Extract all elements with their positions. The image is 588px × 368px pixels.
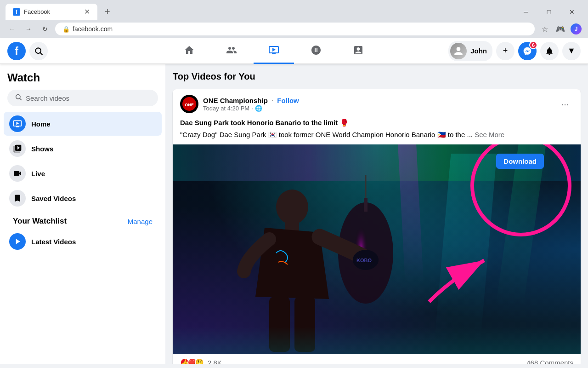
tab-close-button[interactable]: ✕ [84,7,90,16]
reaction-emojis: 👍 ❤️ 😲 [180,358,204,364]
sidebar-item-home[interactable]: Home [4,112,162,136]
url-text: facebook.com [73,25,527,33]
search-icon [15,93,22,103]
post-timestamp: Today at 4:20 PM [203,105,249,112]
navbar-center [99,38,448,64]
nav-friends[interactable] [211,38,252,64]
svg-line-1 [40,52,43,55]
navbar-right: John + 6 ▼ [448,41,581,61]
address-bar[interactable]: 🔒 facebook.com [55,23,535,35]
browser-toolbar-actions: ☆ 🎮 J [538,23,582,35]
nav-watch[interactable] [254,38,294,64]
menu-button[interactable]: ▼ [562,42,581,60]
see-more-button[interactable]: See More [475,131,504,138]
sidebar: Watch Search videos Home [0,64,165,364]
sidebar-item-live[interactable]: Live [4,161,162,185]
section-title: Top Videos for You [173,71,581,82]
svg-line-3 [20,98,22,100]
page-avatar: ONE [180,95,198,113]
neon-strip-1 [435,154,497,338]
user-profile-button[interactable]: J [570,23,582,35]
video-background: KOBO [173,144,581,354]
post-card: ONE ONE Championship · Follow Today at 4… [173,89,581,364]
main-layout: Watch Search videos Home [0,64,588,364]
facebook-app: f [0,38,588,364]
post-video[interactable]: KOBO [173,144,581,354]
sidebar-label-saved: Saved Videos [31,195,76,202]
forward-button[interactable]: → [22,23,35,35]
saved-icon [9,190,26,207]
post-description: "Crazy Dog" Dae Sung Park 🇰🇷 took former… [173,131,581,144]
bookmark-button[interactable]: ☆ [538,23,551,35]
follow-button[interactable]: Follow [277,97,299,104]
manage-button[interactable]: Manage [122,212,158,229]
user-pill[interactable]: John [448,41,492,61]
restore-button[interactable]: □ [538,5,560,19]
sidebar-label-latest: Latest Videos [31,238,76,246]
close-button[interactable]: ✕ [561,5,582,19]
nav-home[interactable] [169,38,209,64]
browser-titlebar: f Facebook ✕ + ─ □ ✕ [0,0,588,20]
page-info: ONE Championship · Follow Today at 4:20 … [203,97,552,112]
back-button[interactable]: ← [6,23,18,35]
messenger-button[interactable]: 6 [518,42,537,60]
watchlist-title: Your Watchlist [7,211,72,230]
facebook-navbar: f [0,38,588,64]
svg-text:KOBO: KOBO [356,258,372,263]
watchlist-header: Your Watchlist Manage [4,211,162,230]
tab-title: Facebook [24,8,50,15]
reactions-row: 👍 ❤️ 😲 2.8K 468 Comments [173,354,581,364]
haha-emoji: 😲 [195,358,204,364]
description-text: "Crazy Dog" Dae Sung Park 🇰🇷 took former… [180,131,473,138]
window-controls: ─ □ ✕ [515,5,582,19]
sidebar-item-saved[interactable]: Saved Videos [4,186,162,210]
sidebar-label-live: Live [31,170,45,178]
extension-button[interactable]: 🎮 [554,23,567,35]
svg-point-2 [16,95,20,99]
post-meta: Today at 4:20 PM · 🌐 [203,105,552,112]
sidebar-item-shows[interactable]: Shows [4,137,162,161]
search-placeholder: Search videos [26,94,69,102]
post-header: ONE ONE Championship · Follow Today at 4… [173,89,581,119]
live-icon [9,165,26,182]
more-options-button[interactable]: ··· [557,96,573,112]
browser-chrome: f Facebook ✕ + ─ □ ✕ ← → ↻ 🔒 facebook.co… [0,0,588,38]
post-globe: · [251,105,253,112]
nav-marketplace[interactable] [338,38,379,64]
svg-point-0 [35,48,41,53]
new-tab-button[interactable]: + [101,5,114,19]
user-avatar [450,43,467,59]
download-button[interactable]: Download [496,154,544,169]
notifications-button[interactable] [540,42,559,60]
page-name[interactable]: ONE Championship [203,97,268,104]
navbar-left: f [7,42,99,60]
user-name: John [470,47,487,55]
page-name-row: ONE Championship · Follow [203,97,552,105]
reload-button[interactable]: ↻ [39,23,51,35]
nav-groups[interactable] [296,38,336,64]
minimize-button[interactable]: ─ [515,5,537,19]
sidebar-item-latest[interactable]: Latest Videos [4,230,162,253]
sidebar-label-home: Home [31,120,51,128]
browser-tab[interactable]: f Facebook ✕ [6,4,97,20]
reaction-count: 2.8K [208,359,222,364]
latest-videos-icon [9,233,26,250]
sidebar-title: Watch [4,71,162,90]
floor-reflection [173,327,581,354]
comments-count[interactable]: 468 Comments [526,359,573,364]
shows-icon [9,140,26,157]
tab-favicon: f [13,8,20,16]
sidebar-label-shows: Shows [31,145,53,153]
search-button[interactable] [29,42,48,60]
svg-point-10 [276,190,308,224]
add-button[interactable]: + [496,42,514,60]
messenger-badge: 6 [529,41,537,49]
facebook-logo[interactable]: f [7,42,26,60]
svg-text:ONE: ONE [185,103,194,107]
globe-icon: 🌐 [255,105,262,112]
home-icon [9,115,26,132]
post-title: Dae Sung Park took Honorio Banario to th… [173,119,581,131]
svg-rect-7 [364,198,368,212]
search-bar[interactable]: Search videos [7,90,158,106]
ssl-lock-icon: 🔒 [62,26,70,33]
